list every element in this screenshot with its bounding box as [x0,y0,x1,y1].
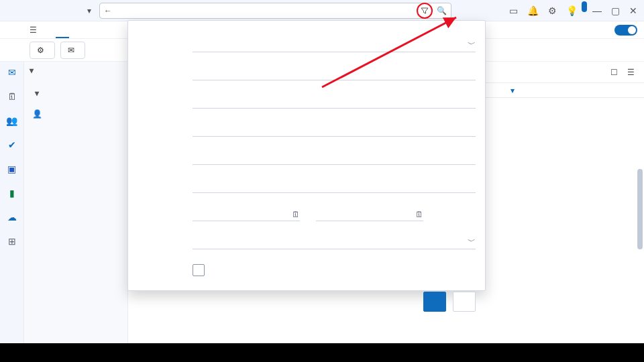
search-button[interactable] [423,292,446,312]
gear-icon: ⚙ [37,46,44,55]
scrollbar-thumb[interactable] [637,169,643,249]
messages-button[interactable]: ✉ [60,42,85,59]
groups-section[interactable]: ▾ [24,84,127,101]
from-input[interactable] [193,62,476,80]
window-close-icon[interactable]: ✕ [629,5,637,16]
menu-view[interactable] [56,21,69,38]
rail-bing-icon[interactable]: ▮ [9,188,15,198]
new-outlook-toggle[interactable] [614,25,637,36]
chevron-down-icon: ▾ [87,6,91,15]
chevron-down-icon: ▾ [511,86,515,95]
settings-icon[interactable]: ⚙ [548,5,557,16]
search-filter-icon[interactable] [417,3,433,19]
menu-help[interactable] [69,21,83,38]
search-filters-panel: ﹀ 🗓 🗓 ﹀ [127,20,486,291]
notifications-icon[interactable]: 🔔 [527,5,539,16]
add-account-link[interactable]: 👤 [24,107,127,121]
date-from-picker[interactable]: 🗓 [193,202,300,221]
view-settings-button[interactable]: ⚙ [30,42,55,59]
received-column-header[interactable]: ▾ [503,86,644,95]
rail-calendar-icon[interactable]: 🗓 [7,91,17,102]
chevron-down-icon: ﹀ [468,236,476,247]
to-input[interactable] [193,90,476,109]
tips-icon[interactable]: 💡 [566,5,583,16]
window-maximize-icon[interactable]: ▢ [611,5,620,16]
chevron-down-icon: ﹀ [468,39,476,50]
tips-badge [582,1,587,12]
subject-input[interactable] [193,146,476,165]
cc-input[interactable] [193,118,476,137]
search-in-dropdown[interactable]: ﹀ [193,34,476,52]
back-arrow-icon[interactable]: ← [104,6,112,15]
rail-todo-icon[interactable]: ✔ [8,139,16,150]
favourites-section[interactable]: ▾ [24,62,127,78]
ribbon-toggle-icon[interactable]: ▭ [509,5,518,16]
person-add-icon: 👤 [32,109,42,119]
rail-word-icon[interactable]: ▣ [7,164,16,174]
clear-filters-button[interactable] [453,292,476,312]
date-to-picker[interactable]: 🗓 [316,202,423,221]
search-input[interactable]: ← 🔍 [99,3,451,19]
rail-onedrive-icon[interactable]: ☁ [7,212,17,223]
rail-mail-icon[interactable]: ✉ [8,67,16,78]
folder-nav: ▾ ▾ 👤 [24,62,128,343]
rail-apps-icon[interactable]: ⊞ [8,236,16,247]
window-minimize-icon[interactable]: — [592,5,602,16]
search-submit-icon[interactable]: 🔍 [437,6,447,15]
rail-people-icon[interactable]: 👥 [6,115,17,126]
menu-home[interactable] [42,21,56,38]
calendar-icon: 🗓 [292,210,300,219]
black-bottom-bar [0,343,644,362]
envelope-icon: ✉ [68,46,74,55]
folder-scope-dropdown[interactable]: ▾ [78,0,98,21]
keywords-input[interactable] [193,174,476,193]
app-rail: ✉ 🗓 👥 ✔ ▣ ▮ ☁ ⊞ [0,62,24,343]
read-status-dropdown[interactable]: ﹀ [193,231,476,249]
attachments-checkbox[interactable] [193,264,205,276]
filter-button[interactable]: ☰ [627,68,635,77]
select-button[interactable]: ☐ [610,68,618,77]
hamburger-icon[interactable]: ☰ [24,25,42,35]
chevron-down-icon: ▾ [35,88,39,98]
chevron-down-icon: ▾ [30,66,34,75]
calendar-icon: 🗓 [415,210,423,219]
